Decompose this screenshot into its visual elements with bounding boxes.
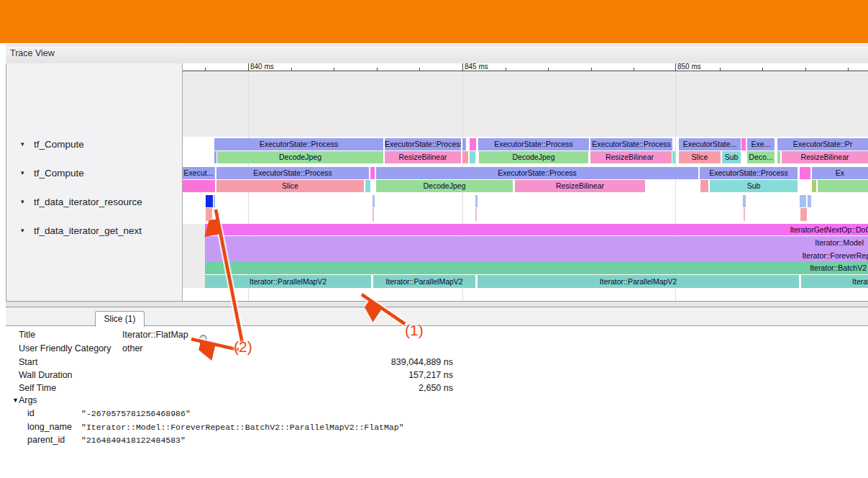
trace-slice[interactable]: Deco... [747,151,775,163]
trace-slice[interactable]: ExecutorState::Process [216,167,369,179]
trace-slice[interactable] [672,151,675,163]
trace-slice-label: Iterator::ParallelMapV2 [373,275,475,288]
trace-slice[interactable] [800,208,807,221]
trace-slice[interactable]: Ex [812,167,868,179]
detail-label: Self Time [19,383,56,393]
trace-slice[interactable]: ResizeBilinear [385,151,461,163]
ruler-minor-tick [762,68,763,71]
trace-slice[interactable]: ExecutorState::Process [376,167,698,179]
trace-slice[interactable] [744,208,745,221]
trace-slice[interactable] [206,208,212,221]
track-label: tf_data_iterator_resource [34,197,142,207]
trace-slice[interactable] [470,151,475,163]
trace-slice[interactable]: Iterat [801,275,868,288]
trace-slice[interactable]: Iterator::ParallelMapV2 [373,275,475,288]
trace-slice[interactable]: ExecutorState::Pr [777,138,868,150]
trace-slice[interactable] [370,167,375,179]
detail-label: User Friendly Category [19,343,111,353]
time-ruler-baseline [182,71,868,71]
trace-slice[interactable] [669,151,672,163]
trace-slice[interactable]: Sub [722,151,741,163]
track-header-tf-data-iterator-resource[interactable]: ▾ tf_data_iterator_resource [6,195,182,211]
trace-slice[interactable]: ExecutorState::Process [700,167,798,179]
ruler-major-tick [462,63,463,71]
args-triangle-icon[interactable]: ▼ [12,397,19,404]
trace-slice[interactable]: Exe... [747,138,775,150]
trace-view-title: Trace View [10,48,55,58]
trace-slice[interactable] [475,208,477,221]
trace-slice[interactable]: ExecutorState::Process [385,138,461,150]
trace-slice-label: ExecutorState... [679,138,741,150]
ruler-minor-tick [591,68,592,71]
collapse-triangle-icon[interactable]: ▾ [21,198,24,205]
trace-slice-label: ExecutorState::Process [376,167,698,179]
track-header-tf-compute-1[interactable]: ▾ tf_Compute [6,137,182,153]
panel-splitter[interactable] [6,301,868,307]
trace-slice[interactable]: Execut... [182,167,215,179]
trace-slice[interactable] [800,167,810,179]
trace-slice-label: ExecutorState::Process [700,167,798,179]
trace-slice[interactable] [475,195,478,207]
trace-slice[interactable] [741,138,746,150]
collapse-triangle-icon[interactable]: ▾ [21,140,24,148]
trace-slice-label: DecodeJpeg [376,180,513,192]
trace-slice-label: Iterat [852,275,868,288]
trace-slice[interactable]: Iterator::ForeverRep [205,249,868,262]
collapse-triangle-icon[interactable]: ▾ [21,169,24,176]
trace-slice[interactable]: ResizeBilinear [590,151,669,163]
track4-left-gutter [182,224,205,288]
trace-slice[interactable]: ExecutorState... [679,138,741,150]
trace-slice-label: Iterator::BatchV2 [810,262,867,274]
trace-slice[interactable] [743,195,746,207]
ruler-major-tick [675,63,676,71]
trace-slice[interactable]: ResizeBilinear [515,180,645,192]
trace-slice[interactable] [214,195,215,207]
collapse-triangle-icon[interactable]: ▾ [21,227,24,234]
trace-slice[interactable] [373,195,375,207]
detail-value: 839,044,889 ns [221,357,453,367]
trace-slice[interactable]: ExecutorState::Process [590,138,672,150]
trace-slice[interactable]: DecodeJpeg [479,151,588,163]
trace-slice[interactable] [808,195,811,207]
detail-label: Title [19,330,35,340]
trace-slice[interactable] [800,195,806,207]
track-header-tf-compute-2[interactable]: ▾ tf_Compute [6,166,182,182]
tab-slice[interactable]: Slice (1) [95,311,145,327]
trace-slice[interactable] [214,151,216,163]
detail-label: Start [19,357,37,367]
trace-slice[interactable] [462,151,468,163]
trace-slice[interactable]: ExecutorState::Process [214,138,383,150]
trace-slice[interactable]: DecodeJpeg [217,151,383,163]
trace-slice[interactable]: Slice [679,151,721,163]
trace-slice[interactable]: Iterator::BatchV2 [205,262,868,274]
trace-slice[interactable] [812,180,816,192]
trace-slice[interactable] [777,151,780,163]
ruler-label: 845 ms [465,63,488,71]
arg-value: "Iterator::Model::ForeverRepeat::BatchV2… [81,423,404,432]
trace-slice[interactable] [182,180,215,192]
trace-slice[interactable] [206,195,213,207]
trace-slice[interactable] [470,138,476,150]
trace-slice[interactable] [462,138,466,150]
trace-slice-label: Execut... [182,167,215,179]
trace-slice[interactable]: ExecutorState::Process [478,138,589,150]
detail-value: other [122,343,143,353]
trace-slice[interactable]: Iterator::ParallelMapV2 [205,275,371,288]
trace-slice[interactable]: Iterator::ParallelMapV2 [478,275,799,288]
trace-slice[interactable]: Slice [216,180,364,192]
trace-slice[interactable] [373,208,374,221]
ruler-minor-tick [548,68,549,71]
trace-slice[interactable]: DecodeJpeg [376,180,513,192]
trace-slice[interactable] [365,180,370,192]
top-orange-banner [0,0,868,43]
trace-slice[interactable]: Sub [710,180,798,192]
trace-slice[interactable]: ResizeBilinear [782,151,868,163]
trace-slice[interactable]: Iterator::Model [205,236,868,249]
trace-slice[interactable] [818,180,868,192]
trace-slice-label: DecodeJpeg [217,151,383,163]
track-header-tf-data-iterator-get-next[interactable]: ▾ tf_data_iterator_get_next [6,224,182,240]
magnifier-icon[interactable] [198,334,211,346]
trace-slice[interactable] [700,180,708,192]
trace-slice[interactable]: IteratorGetNextOp::DoC [205,224,868,235]
trace-viewer-app: Trace View 840 ms845 ms850 ms ExecutorSt… [0,0,868,478]
